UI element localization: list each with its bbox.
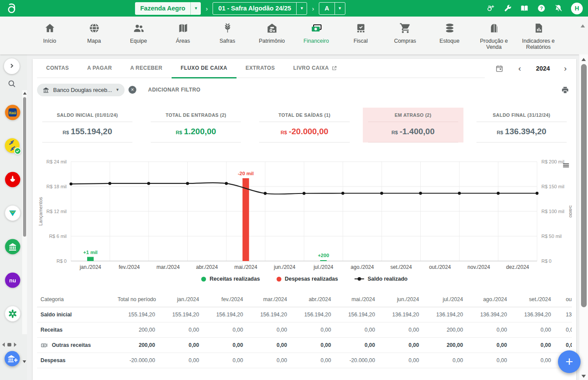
scrollbar-thumb[interactable]: [581, 64, 587, 307]
add-transaction-fab[interactable]: +: [558, 350, 581, 373]
nav-item-mapa[interactable]: Mapa: [77, 22, 111, 44]
stat-card-em-atraso-2[interactable]: EM ATRASO (2)R$-1.400,00: [363, 108, 463, 142]
tab-a-receber[interactable]: A RECEBER: [121, 59, 172, 78]
column-header: fev./2024: [204, 296, 248, 302]
table-cell: 200,00: [424, 327, 468, 333]
bank-generic-account-icon[interactable]: [4, 238, 21, 255]
field-selector-label: A: [319, 5, 334, 12]
calendar-icon[interactable]: [495, 64, 504, 73]
table-cell: -20.000,00: [118, 357, 160, 363]
nubank-account-icon[interactable]: nu: [4, 271, 21, 289]
wheat-icon: [222, 22, 233, 36]
scroll-down-icon[interactable]: [581, 375, 586, 378]
nav-item-fiscal[interactable]: Fiscal: [344, 22, 378, 44]
stat-amount: -1.400,00: [399, 127, 434, 136]
avatar[interactable]: H: [571, 3, 583, 14]
legend-receitas-realizadas[interactable]: Receitas realizadas: [201, 276, 260, 282]
help-icon[interactable]: ?: [537, 4, 546, 13]
field-selector[interactable]: A ▼: [319, 2, 345, 15]
table-row-despesas[interactable]: Despesas-20.000,000,000,000,000,00-20.00…: [37, 353, 572, 368]
left-axis-tick: R$ 12 mil: [47, 209, 67, 214]
nav-item-indicadores-e-relatorios[interactable]: Indicadores e Relatórios: [521, 22, 555, 51]
table-cell: 0,00: [160, 357, 204, 363]
scrollbar-thumb[interactable]: [7, 343, 11, 346]
x-axis-label: abr./2024: [196, 264, 218, 270]
tab-fluxo-de-caixa[interactable]: FLUXO DE CAIXA: [172, 59, 237, 78]
add-filter-button[interactable]: ADICIONAR FILTRO: [148, 87, 200, 93]
table-cell: 0,00: [292, 327, 336, 333]
column-header: ago./2024: [468, 296, 512, 302]
nav-item-equipe[interactable]: Equipe: [122, 22, 155, 44]
nav-item-safras[interactable]: Safras: [210, 22, 244, 44]
left-axis-tick: R$ 6 mil: [49, 234, 67, 239]
table-cell: 200,00: [118, 342, 160, 348]
scroll-up-icon[interactable]: [581, 58, 586, 61]
expand-rail-button[interactable]: [4, 58, 20, 74]
stat-amount: 155.194,20: [71, 127, 112, 136]
sicredi-account-icon[interactable]: [4, 305, 21, 322]
stat-value: R$-20.000,00: [259, 122, 349, 142]
nav-item-producao-e-venda[interactable]: Produção e Venda: [477, 22, 511, 51]
aegro-logo-icon[interactable]: [5, 2, 17, 14]
filter-chip[interactable]: Banco Douglas receb... ▼: [37, 84, 125, 96]
santander-account-icon[interactable]: [4, 171, 21, 188]
rail-hscrollbar[interactable]: [2, 342, 21, 347]
x-axis-label: dez./2024: [506, 264, 529, 270]
tab-contas[interactable]: CONTAS: [37, 59, 78, 78]
year-navigator: ‹ 2024 ›: [485, 59, 572, 78]
legend-saldo-realizado[interactable]: Saldo realizado: [355, 276, 408, 282]
line-point: [186, 182, 189, 185]
farm-selector[interactable]: Fazenda Aegro ▼: [135, 2, 201, 15]
table-row-outras-receitas[interactable]: Outras receitas200,000,000,000,000,000,0…: [37, 338, 572, 353]
stat-card-saldo-final-31-12-24[interactable]: SALDO FINAL (31/12/24)R$136.394,20: [471, 108, 572, 142]
search-button[interactable]: [7, 79, 17, 89]
tab-a-pagar[interactable]: A PAGAR: [78, 59, 121, 78]
stock-icon: [444, 22, 456, 36]
scroll-up-icon[interactable]: [23, 92, 27, 95]
scroll-left-icon[interactable]: [2, 343, 5, 347]
aegro-plus-icon[interactable]: [486, 4, 495, 13]
scroll-down-icon[interactable]: [23, 360, 26, 363]
row-label: Saldo inicial: [41, 312, 72, 318]
stat-value: R$155.194,20: [42, 122, 132, 142]
rail-scrollbar[interactable]: [22, 90, 27, 334]
previous-year-button[interactable]: ‹: [516, 64, 524, 73]
nav-item-patrimonio[interactable]: Patrimônio: [255, 22, 289, 44]
table-cell: 200,00: [424, 342, 468, 348]
nav-item-financeiro[interactable]: Financeiro: [299, 22, 333, 44]
table-row-saldo-inicial[interactable]: Saldo inicial155.194,20155.194,20156.194…: [37, 307, 572, 322]
nav-item-inicio[interactable]: Início: [33, 22, 67, 44]
nav-item-label: Início: [43, 38, 56, 44]
scroll-up-icon[interactable]: [581, 24, 585, 27]
legend-despesas-realizadas[interactable]: Despesas realizadas: [277, 276, 338, 282]
stat-card-total-de-entradas-2[interactable]: TOTAL DE ENTRADAS (2)R$1.200,00: [145, 108, 246, 142]
scroll-right-icon[interactable]: [14, 343, 17, 347]
notifications-off-icon[interactable]: [554, 4, 563, 13]
nav-item-areas[interactable]: Áreas: [166, 22, 200, 44]
nav-item-compras[interactable]: Compras: [388, 22, 422, 44]
stat-card-total-de-saidas-1[interactable]: TOTAL DE SAÍDAS (1)R$-20.000,00: [254, 108, 355, 142]
table-cell: 156.194,20: [204, 312, 248, 318]
print-button[interactable]: [561, 86, 569, 94]
table-cell: 156.194,20: [336, 312, 380, 318]
itau-account-icon[interactable]: Itaú: [4, 104, 21, 121]
scrollbar-thumb[interactable]: [23, 97, 26, 237]
bank-bv-account-icon[interactable]: [4, 204, 21, 222]
page-scrollbar[interactable]: [579, 54, 588, 380]
table-cell: 0,00: [468, 357, 512, 363]
remove-filter-button[interactable]: ×: [128, 86, 136, 94]
tab-livro-caixa[interactable]: LIVRO CAIXA: [284, 59, 346, 78]
chart-menu-button[interactable]: [562, 162, 570, 169]
wrench-icon[interactable]: [503, 4, 512, 13]
next-year-button[interactable]: ›: [561, 64, 569, 73]
stat-card-saldo-inicial-01-01-24[interactable]: SALDO INICIAL (01/01/24)R$155.194,20: [37, 108, 138, 142]
table-row-receitas[interactable]: Receitas200,000,000,000,000,000,000,0020…: [37, 322, 572, 338]
book-icon[interactable]: [520, 4, 529, 13]
banco-do-brasil-account-icon[interactable]: [4, 137, 21, 155]
season-selector[interactable]: 01 - Safra Algodão 24/25 ▼: [213, 2, 307, 15]
tab-extratos[interactable]: EXTRATOS: [237, 59, 284, 78]
right-axis-tick: R$ 150 mil: [541, 184, 564, 189]
bank-icon: [42, 86, 50, 94]
add-bank-account-button[interactable]: [3, 350, 21, 367]
nav-item-estoque[interactable]: Estoque: [433, 22, 466, 44]
